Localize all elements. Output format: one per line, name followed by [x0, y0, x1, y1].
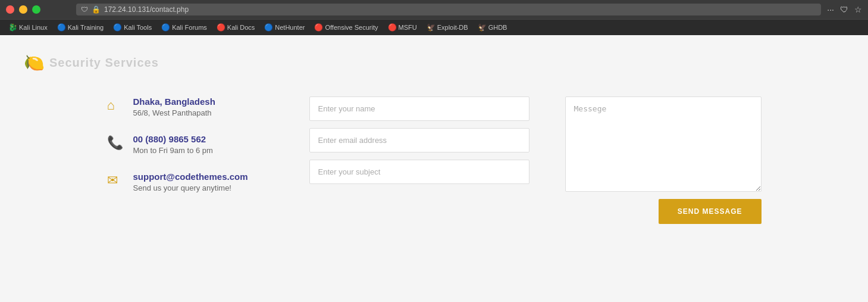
bookmark-kali-docs[interactable]: 🔴 Kali Docs — [213, 22, 258, 33]
browser-extras: ··· 🛡 ☆ — [827, 5, 862, 14]
address-title: Dhaka, Bangladesh — [133, 96, 215, 107]
address-bar[interactable]: 🛡 🔒 172.24.10.131/contact.php — [76, 4, 821, 15]
bookmark-kali-tools[interactable]: 🔵 Kali Tools — [109, 22, 155, 33]
email-subtitle: Send us your query anytime! — [133, 183, 248, 192]
offensive-security-icon: 🔴 — [314, 23, 323, 32]
phone-title: 00 (880) 9865 562 — [133, 134, 213, 144]
bookmark-msfu[interactable]: 🔴 MSFU — [384, 22, 421, 33]
browser-controls — [6, 5, 40, 14]
bookmark-exploit-db[interactable]: 🦅 Exploit-DB — [423, 22, 472, 33]
bookmark-label: Exploit-DB — [437, 24, 468, 31]
bookmark-label: Kali Tools — [124, 24, 152, 31]
msfu-icon: 🔴 — [388, 23, 397, 32]
browser-titlebar: 🛡 🔒 172.24.10.131/contact.php ··· 🛡 ☆ — [0, 0, 868, 19]
kali-forums-icon: 🔵 — [161, 23, 170, 32]
bookmark-offensive-security[interactable]: 🔴 Offensive Security — [311, 22, 381, 33]
bookmarks-bar: 🐉 Kali Linux 🔵 Kali Training 🔵 Kali Tool… — [0, 19, 868, 35]
shield-icon-3: 🛡 — [840, 5, 848, 14]
email-input[interactable] — [309, 128, 529, 152]
subject-input[interactable] — [309, 160, 529, 184]
message-area: SEND MESSAGE — [565, 96, 762, 224]
phone-info-item: 📞 00 (880) 9865 562 Mon to Fri 9am to 6 … — [107, 134, 274, 155]
phone-text: 00 (880) 9865 562 Mon to Fri 9am to 6 pm — [133, 134, 213, 155]
contact-info-panel: ⌂ Dhaka, Bangladesh 56/8, West Panthapat… — [107, 96, 274, 224]
kali-tools-icon: 🔵 — [113, 23, 122, 32]
shield-icon: 🛡 — [81, 5, 88, 14]
bookmark-label: MSFU — [399, 24, 417, 31]
home-icon: ⌂ — [107, 98, 124, 113]
phone-icon: 📞 — [107, 135, 124, 151]
bookmark-label: GHDB — [488, 24, 507, 31]
send-message-button[interactable]: SEND MESSAGE — [659, 199, 762, 224]
bookmark-label: Kali Linux — [19, 24, 48, 31]
bookmark-kali-training[interactable]: 🔵 Kali Training — [54, 22, 108, 33]
logo-area: 🍋 Security Services — [0, 47, 868, 85]
address-text: Dhaka, Bangladesh 56/8, West Panthapath — [133, 96, 215, 117]
maximize-button[interactable] — [32, 5, 40, 14]
bookmark-label: Kali Training — [68, 24, 104, 31]
phone-subtitle: Mon to Fri 9am to 6 pm — [133, 146, 213, 155]
email-text: support@codethemes.com Send us your quer… — [133, 172, 248, 192]
bookmark-label: Kali Docs — [227, 24, 255, 31]
email-icon: ✉ — [107, 173, 124, 188]
contact-section: ⌂ Dhaka, Bangladesh 56/8, West Panthapat… — [77, 85, 791, 236]
nethunter-icon: 🔵 — [264, 23, 273, 32]
email-title: support@codethemes.com — [133, 172, 248, 182]
contact-form — [309, 96, 529, 224]
logo-icon: 🍋 — [24, 53, 45, 73]
shield-icon-2: 🔒 — [92, 5, 101, 14]
address-subtitle: 56/8, West Panthapath — [133, 108, 215, 117]
bookmark-ghdb[interactable]: 🦅 GHDB — [474, 22, 511, 33]
message-textarea[interactable] — [565, 96, 762, 192]
kali-linux-icon: 🐉 — [8, 23, 17, 32]
browser-chrome: 🛡 🔒 172.24.10.131/contact.php ··· 🛡 ☆ 🐉 … — [0, 0, 868, 35]
exploit-db-icon: 🦅 — [427, 23, 435, 32]
menu-dots[interactable]: ··· — [827, 5, 834, 14]
bookmark-kali-forums[interactable]: 🔵 Kali Forums — [158, 22, 211, 33]
close-button[interactable] — [6, 5, 14, 14]
page-content: 🍋 Security Services ⌂ Dhaka, Bangladesh … — [0, 35, 868, 273]
kali-docs-icon: 🔴 — [217, 23, 225, 32]
address-info-item: ⌂ Dhaka, Bangladesh 56/8, West Panthapat… — [107, 96, 274, 117]
star-icon[interactable]: ☆ — [854, 5, 862, 14]
ghdb-icon: 🦅 — [478, 23, 487, 32]
url-text: 172.24.10.131/contact.php — [104, 5, 189, 14]
logo-text: Security Services — [49, 56, 159, 70]
bookmark-label: Offensive Security — [325, 24, 378, 31]
bookmark-label: NetHunter — [275, 24, 305, 31]
name-input[interactable] — [309, 96, 529, 121]
bookmark-label: Kali Forums — [172, 24, 207, 31]
bookmark-kali-linux[interactable]: 🐉 Kali Linux — [5, 22, 51, 33]
minimize-button[interactable] — [19, 5, 27, 14]
email-info-item: ✉ support@codethemes.com Send us your qu… — [107, 172, 274, 192]
kali-training-icon: 🔵 — [57, 23, 66, 32]
bookmark-nethunter[interactable]: 🔵 NetHunter — [261, 22, 308, 33]
